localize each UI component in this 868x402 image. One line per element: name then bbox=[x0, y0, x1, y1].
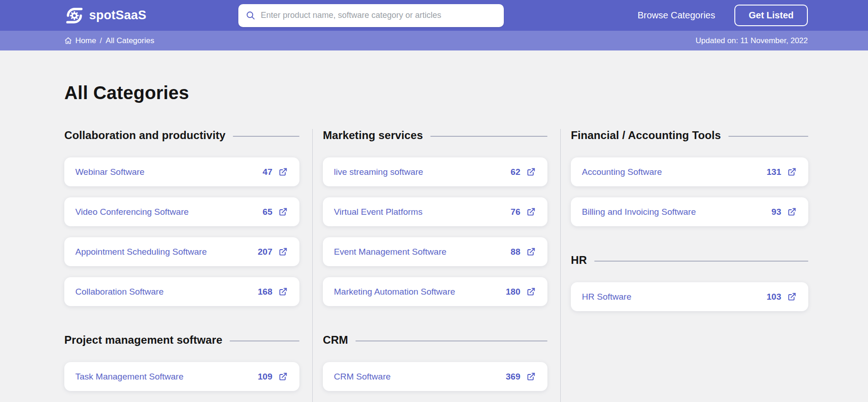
category-meta: 47 bbox=[263, 167, 287, 177]
category-card[interactable]: CRM Software369 bbox=[323, 362, 547, 391]
section-title: CRM bbox=[323, 334, 348, 346]
search-input[interactable] bbox=[261, 11, 496, 20]
search-icon bbox=[246, 11, 255, 20]
category-meta: 207 bbox=[258, 247, 287, 257]
category-count: 88 bbox=[511, 247, 520, 257]
page-title: All Categories bbox=[64, 83, 808, 103]
category-meta: 369 bbox=[506, 372, 535, 382]
category-label: Event Management Software bbox=[334, 247, 446, 257]
category-section: Project management softwareTask Manageme… bbox=[64, 334, 299, 391]
section-title: HR bbox=[571, 254, 587, 267]
category-meta: 62 bbox=[511, 167, 535, 177]
category-count: 168 bbox=[258, 287, 272, 297]
category-label: HR Software bbox=[582, 292, 631, 302]
get-listed-button[interactable]: Get Listed bbox=[734, 5, 808, 26]
category-card[interactable]: Collaboration Software168 bbox=[64, 277, 299, 306]
main-content: All Categories Collaboration and product… bbox=[0, 50, 868, 402]
section-header: Collaboration and productivity bbox=[64, 129, 299, 142]
category-card[interactable]: Video Conferencing Software65 bbox=[64, 197, 299, 226]
category-card[interactable]: Accounting Software131 bbox=[571, 157, 808, 186]
breadcrumb-home-label: Home bbox=[75, 36, 96, 45]
category-count: 180 bbox=[506, 287, 520, 297]
category-columns: Collaboration and productivityWebinar So… bbox=[64, 129, 808, 402]
section-header: Project management software bbox=[64, 334, 299, 346]
external-link-icon bbox=[526, 247, 535, 257]
category-count: 47 bbox=[263, 167, 272, 177]
category-card[interactable]: live streaming software62 bbox=[323, 157, 547, 186]
category-card[interactable]: Task Management Software109 bbox=[64, 362, 299, 391]
section-divider-line bbox=[230, 341, 299, 341]
category-meta: 65 bbox=[263, 207, 287, 217]
category-count: 103 bbox=[767, 292, 781, 302]
external-link-icon bbox=[787, 168, 796, 177]
category-label: CRM Software bbox=[334, 372, 391, 382]
external-link-icon bbox=[787, 207, 796, 217]
external-link-icon bbox=[526, 168, 535, 177]
external-link-icon bbox=[526, 372, 535, 381]
category-label: Virtual Event Platforms bbox=[334, 207, 423, 217]
category-meta: 109 bbox=[258, 372, 287, 382]
category-card[interactable]: Billing and Invoicing Software93 bbox=[571, 197, 808, 226]
external-link-icon bbox=[526, 207, 535, 217]
category-section: HRHR Software103 bbox=[571, 254, 808, 311]
category-count: 76 bbox=[511, 207, 520, 217]
category-section: Marketing serviceslive streaming softwar… bbox=[323, 129, 547, 306]
external-link-icon bbox=[278, 168, 287, 177]
category-meta: 131 bbox=[767, 167, 796, 177]
external-link-icon bbox=[278, 372, 287, 381]
category-card[interactable]: Webinar Software47 bbox=[64, 157, 299, 186]
section-header: HR bbox=[571, 254, 808, 267]
category-card[interactable]: Appointment Scheduling Software207 bbox=[64, 237, 299, 266]
section-title: Collaboration and productivity bbox=[64, 129, 225, 142]
header-nav: Browse Categories Get Listed bbox=[637, 5, 808, 26]
brand-logo[interactable]: spotSaaS bbox=[64, 6, 147, 26]
category-label: Appointment Scheduling Software bbox=[75, 247, 207, 257]
section-header: CRM bbox=[323, 334, 547, 346]
breadcrumb-bar: Home / All Categories Updated on: 11 Nov… bbox=[0, 31, 868, 50]
external-link-icon bbox=[278, 247, 287, 257]
breadcrumb-current: All Categories bbox=[106, 36, 154, 45]
category-count: 93 bbox=[772, 207, 781, 217]
category-section: Collaboration and productivityWebinar So… bbox=[64, 129, 299, 306]
category-section: CRMCRM Software369 bbox=[323, 334, 547, 391]
category-label: Webinar Software bbox=[75, 167, 145, 177]
breadcrumb-home-link[interactable]: Home bbox=[64, 36, 96, 45]
category-meta: 180 bbox=[506, 287, 535, 297]
category-column-1: Collaboration and productivityWebinar So… bbox=[64, 129, 312, 402]
section-divider-line bbox=[355, 341, 547, 341]
category-meta: 76 bbox=[511, 207, 535, 217]
category-count: 65 bbox=[263, 207, 272, 217]
category-label: Accounting Software bbox=[582, 167, 662, 177]
spotsaas-logo-icon bbox=[64, 6, 85, 26]
category-count: 131 bbox=[767, 167, 781, 177]
external-link-icon bbox=[526, 287, 535, 296]
section-divider-line bbox=[430, 136, 547, 137]
external-link-icon bbox=[278, 287, 287, 296]
category-meta: 93 bbox=[772, 207, 796, 217]
category-card[interactable]: HR Software103 bbox=[571, 282, 808, 311]
category-count: 369 bbox=[506, 372, 520, 382]
section-header: Financial / Accounting Tools bbox=[571, 129, 808, 142]
section-divider-line bbox=[728, 136, 808, 137]
nav-browse-categories[interactable]: Browse Categories bbox=[637, 10, 715, 21]
category-meta: 168 bbox=[258, 287, 287, 297]
category-column-2: Marketing serviceslive streaming softwar… bbox=[312, 129, 560, 402]
category-label: Collaboration Software bbox=[75, 287, 163, 297]
category-card[interactable]: Virtual Event Platforms76 bbox=[323, 197, 547, 226]
section-divider-line bbox=[594, 261, 808, 262]
category-count: 62 bbox=[511, 167, 520, 177]
app-header: spotSaaS Browse Categories Get Listed bbox=[0, 0, 868, 31]
breadcrumb: Home / All Categories bbox=[64, 36, 154, 45]
category-label: Billing and Invoicing Software bbox=[582, 207, 696, 217]
category-section: Financial / Accounting ToolsAccounting S… bbox=[571, 129, 808, 226]
category-count: 207 bbox=[258, 247, 272, 257]
external-link-icon bbox=[787, 292, 796, 302]
category-card[interactable]: Event Management Software88 bbox=[323, 237, 547, 266]
category-card[interactable]: Marketing Automation Software180 bbox=[323, 277, 547, 306]
section-title: Marketing services bbox=[323, 129, 423, 142]
category-label: Video Conferencing Software bbox=[75, 207, 189, 217]
home-icon bbox=[64, 37, 72, 45]
category-count: 109 bbox=[258, 372, 272, 382]
section-title: Project management software bbox=[64, 334, 222, 346]
section-divider-line bbox=[233, 136, 299, 137]
